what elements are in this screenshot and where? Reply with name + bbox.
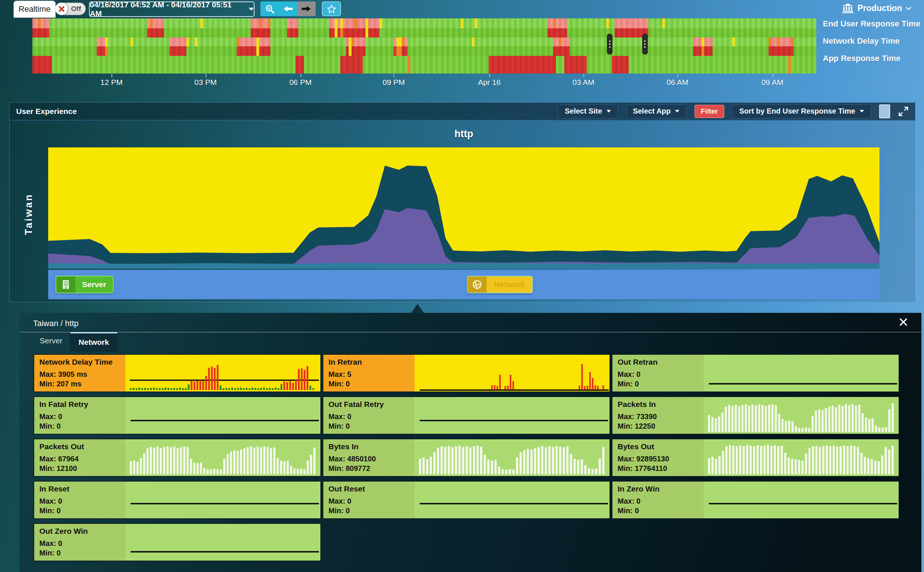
metric-sparkline — [125, 482, 320, 518]
magnifier-plus-icon — [265, 4, 275, 14]
realtime-off-toggle[interactable]: Off — [55, 3, 86, 15]
metric-max: Max: 0 — [39, 539, 120, 548]
building-icon — [56, 277, 75, 292]
metric-card[interactable]: Bytes OutMax: 92895130Min: 17764110 — [612, 438, 899, 477]
step-back-button[interactable] — [279, 2, 297, 16]
timeline-tick-label: 06 AM — [667, 78, 689, 87]
legend-network-delay-time: Network Delay Time — [823, 36, 900, 46]
detail-panel-pointer — [411, 304, 424, 313]
metric-label-section: In Zero WinMax: 0Min: 0 — [612, 482, 704, 518]
arrow-left-icon — [283, 5, 293, 13]
metric-title: Out Fatal Retry — [329, 400, 410, 409]
metric-card[interactable]: In Fatal RetryMax: 0Min: 0 — [33, 396, 321, 435]
server-tier-button[interactable]: Server — [56, 276, 114, 293]
legend-end-user-response-time: End User Response Time — [823, 19, 920, 29]
environment-label: Production — [857, 3, 902, 13]
step-forward-button[interactable] — [297, 2, 316, 16]
chevron-down-icon — [249, 8, 254, 11]
metric-sparkline — [125, 355, 320, 392]
metric-sparkline — [125, 397, 320, 434]
zoom-in-button[interactable] — [260, 2, 279, 16]
metric-card[interactable]: Out ResetMax: 0Min: 0 — [323, 481, 610, 519]
metric-card[interactable]: Out RetranMax: 0Min: 0 — [612, 354, 899, 392]
metric-min: Min: 0 — [39, 507, 120, 515]
chevron-down-icon — [906, 6, 911, 10]
panel-title: User Experience — [16, 107, 77, 116]
metric-min: Min: 0 — [329, 380, 410, 388]
metric-card[interactable]: Bytes InMax: 4850100Min: 809772 — [323, 438, 610, 477]
user-experience-panel: User Experience Select Site Select App F… — [9, 102, 916, 302]
metric-card[interactable]: Packets InMax: 73390Min: 12250 — [612, 396, 899, 435]
layout-toggle-button[interactable] — [879, 104, 890, 118]
toggle-off-label: Off — [68, 5, 86, 13]
timeline-tick-label: 09 PM — [383, 78, 405, 87]
metric-max: Max: 0 — [329, 497, 410, 505]
metric-title: Out Retran — [618, 358, 698, 367]
panel-header: User Experience Select Site Select App F… — [9, 103, 915, 121]
tab-network[interactable]: Network — [70, 332, 117, 351]
metric-min: Min: 0 — [329, 507, 410, 515]
metric-card[interactable]: In Zero WinMax: 0Min: 0 — [612, 481, 899, 519]
grip-dots-icon — [609, 44, 611, 45]
metric-min: Min: 0 — [39, 549, 120, 557]
metric-card[interactable]: In RetranMax: 5Min: 0 — [323, 354, 610, 392]
timeline-tick — [489, 74, 490, 77]
globe-icon — [467, 277, 487, 292]
metric-label-section: In Fatal RetryMax: 0Min: 0 — [34, 397, 125, 434]
metric-max: Max: 5 — [329, 370, 410, 379]
metric-sparkline — [704, 355, 899, 392]
timeline-heatmap[interactable] — [33, 19, 816, 73]
metric-title: Packets Out — [39, 442, 120, 451]
select-site-button[interactable]: Select Site — [558, 104, 618, 118]
metric-min: Min: 207 ms — [39, 380, 120, 388]
timeline-tick — [394, 74, 394, 77]
timeline-tick-label: 03 AM — [572, 78, 594, 87]
metric-min: Min: 0 — [329, 422, 410, 431]
close-icon — [899, 318, 907, 326]
metric-sparkline — [414, 355, 609, 392]
timeline-tick-label: 06 PM — [289, 78, 312, 87]
filter-button[interactable]: Filter — [695, 105, 724, 118]
metric-label-section: Packets InMax: 73390Min: 12250 — [612, 397, 704, 434]
metric-min: Min: 12100 — [39, 464, 120, 473]
expand-icon — [898, 106, 908, 117]
metric-label-section: Out Zero WinMax: 0Min: 0 — [34, 524, 125, 561]
select-app-label: Select App — [633, 107, 671, 115]
metric-card[interactable]: Out Fatal RetryMax: 0Min: 0 — [323, 396, 610, 435]
metric-card[interactable]: Network Delay TimeMax: 3905 msMin: 207 m… — [33, 354, 321, 392]
time-scrubber-handle-left[interactable] — [607, 34, 612, 54]
chevron-down-icon — [860, 110, 864, 112]
metric-max: Max: 0 — [329, 412, 410, 421]
sort-button[interactable]: Sort by End User Response Time — [732, 104, 871, 118]
metric-card[interactable]: In ResetMax: 0Min: 0 — [33, 481, 321, 519]
metric-max: Max: 0 — [618, 497, 698, 505]
time-scrubber-handle-right[interactable] — [642, 34, 648, 54]
metric-cards-grid: Network Delay TimeMax: 3905 msMin: 207 m… — [33, 354, 899, 561]
filter-label: Filter — [701, 107, 718, 115]
close-button[interactable] — [899, 317, 908, 327]
timeline-tick — [583, 74, 584, 77]
fullscreen-button[interactable] — [898, 106, 908, 117]
metric-sparkline — [414, 482, 609, 518]
metric-sparkline — [704, 397, 899, 434]
metric-min: Min: 12250 — [618, 422, 698, 431]
metric-label-section: In ResetMax: 0Min: 0 — [34, 482, 125, 518]
metric-title: Out Reset — [329, 485, 410, 493]
favorite-button[interactable] — [322, 2, 341, 16]
metric-card[interactable]: Out Zero WinMax: 0Min: 0 — [33, 523, 321, 561]
metric-sparkline — [125, 439, 320, 476]
network-tier-button[interactable]: Network — [467, 276, 533, 293]
metric-min: Min: 0 — [618, 380, 698, 388]
realtime-tab[interactable]: Realtime — [14, 1, 56, 18]
metric-label-section: Out Fatal RetryMax: 0Min: 0 — [323, 397, 414, 434]
metric-max: Max: 0 — [39, 497, 120, 505]
tab-server[interactable]: Server — [40, 336, 62, 345]
metric-max: Max: 73390 — [618, 412, 698, 421]
metric-title: Network Delay Time — [39, 358, 120, 367]
metric-card[interactable]: Packets OutMax: 67964Min: 12100 — [33, 438, 321, 477]
time-nav-group — [260, 2, 316, 16]
select-app-button[interactable]: Select App — [626, 104, 687, 118]
response-time-area-chart[interactable] — [48, 148, 879, 269]
date-range-picker[interactable]: 04/16/2017 04:52 AM - 04/16/2017 05:51 A… — [89, 2, 254, 17]
environment-menu[interactable]: Production — [842, 3, 911, 13]
